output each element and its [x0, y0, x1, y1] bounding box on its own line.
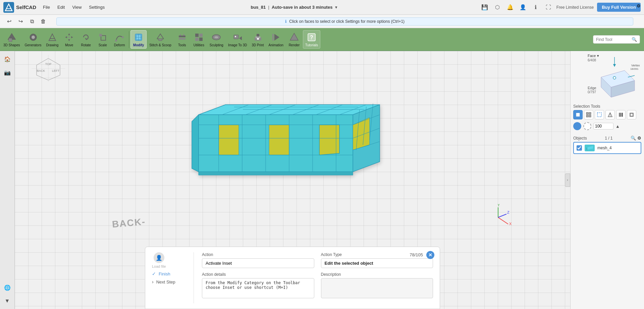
save-icon[interactable]: 💾	[480, 3, 489, 12]
camera-button[interactable]: 📷	[2, 67, 13, 78]
svg-text:Y: Y	[497, 204, 500, 207]
tool-3d-print[interactable]: 3D Print	[250, 31, 266, 48]
objects-gear-icon[interactable]: ⚙	[637, 136, 641, 141]
tool-sculpting[interactable]: Sculpting	[208, 31, 225, 48]
objects-search-icon[interactable]: 🔍	[631, 136, 636, 141]
collapse-right-panel-button[interactable]: ›	[565, 173, 570, 187]
tool-tutorials[interactable]: ? Tutorials	[303, 30, 320, 49]
select-mode2-button[interactable]	[605, 110, 615, 119]
tool-utilities[interactable]: Utilities	[191, 31, 207, 48]
mesh-item[interactable]: mesh_4	[573, 142, 641, 154]
top-right-icons: 💾 ⬡ 🔔 👤 ℹ ⛶ Free Limited License Buy Ful…	[480, 3, 641, 12]
tool-rotate[interactable]: Rotate	[78, 31, 94, 48]
description-field-group: Description	[321, 272, 433, 298]
find-tool-search-icon: 🔍	[632, 37, 637, 42]
account-icon[interactable]: 👤	[518, 3, 528, 12]
mesh-checkbox[interactable]	[577, 145, 582, 151]
dots-select-button[interactable]	[583, 122, 591, 130]
info-message: Click on faces to select or click Settin…	[289, 19, 405, 24]
drawing-label: Drawing	[46, 43, 59, 47]
select-invert-button[interactable]	[627, 110, 636, 119]
notifications-icon[interactable]: 🔔	[505, 3, 515, 12]
move-label: Move	[65, 43, 73, 47]
svg-text:X: X	[509, 222, 512, 226]
tutorial-content: Action Activate Inset Action details Fro…	[202, 252, 433, 303]
tutorial-left-col: Action Activate Inset Action details Fro…	[202, 252, 314, 303]
info-circle-icon: ℹ	[285, 19, 287, 24]
globe-button[interactable]: 🌐	[2, 282, 13, 293]
tools-icon	[177, 32, 187, 43]
menu-bar: File Edit View Settings	[40, 3, 108, 11]
select-paint-button[interactable]	[616, 110, 626, 119]
tool-stitch-scoop[interactable]: Stitch & Scoop	[147, 31, 173, 48]
undo-button[interactable]: ↩	[4, 16, 14, 27]
toolbar-right: 🔍	[593, 35, 643, 44]
svg-rect-91	[576, 113, 580, 117]
animation-icon	[271, 32, 281, 43]
circle-select-button[interactable]	[573, 122, 581, 130]
duplicate-button[interactable]: ⧉	[27, 16, 37, 27]
left-panel: 🏠 📷 🌐 ▼	[0, 51, 15, 309]
svg-rect-22	[199, 34, 203, 37]
rotate-label: Rotate	[81, 43, 91, 47]
svg-text:BACK: BACK	[37, 69, 45, 72]
tool-tools[interactable]: Tools	[174, 31, 190, 48]
face-mode-label[interactable]: Face ▾ 6/408	[588, 54, 599, 62]
tutorial-close-button[interactable]: ✕	[426, 251, 434, 259]
find-tool-container: 🔍	[593, 35, 640, 44]
tool-animation[interactable]: Animation	[267, 31, 285, 48]
svg-rect-9	[68, 37, 70, 38]
arrow-down-button[interactable]: ▼	[2, 296, 13, 306]
menu-file[interactable]: File	[40, 3, 53, 11]
svg-text:18/391: 18/391	[630, 67, 639, 70]
tool-move[interactable]: Move	[61, 31, 77, 48]
tool-drawing[interactable]: Drawing	[44, 31, 61, 48]
buy-full-version-button[interactable]: Buy Full Version	[597, 3, 641, 12]
share-icon[interactable]: ⬡	[493, 3, 502, 12]
deform-icon	[114, 32, 125, 43]
tutorial-step-counter: 78/105	[410, 252, 423, 257]
tutorial-columns: Action Activate Inset Action details Fro…	[202, 252, 433, 303]
render-label: Render	[289, 43, 300, 47]
svg-point-29	[235, 36, 236, 37]
tool-bar: 3D Shapes Generators Drawing Move Rotate…	[0, 28, 644, 51]
fullscreen-icon[interactable]: ⛶	[544, 3, 553, 12]
home-button[interactable]: 🏠	[2, 54, 13, 64]
menu-settings[interactable]: Settings	[86, 3, 108, 11]
size-input[interactable]	[593, 123, 613, 130]
tool-modify[interactable]: Modify	[130, 30, 147, 49]
svg-point-14	[122, 36, 124, 38]
next-step-item[interactable]: › Next Step	[152, 279, 175, 285]
svg-text:?: ?	[310, 35, 313, 40]
tool-scale[interactable]: Scale	[95, 31, 111, 48]
redo-button[interactable]: ↪	[15, 16, 25, 27]
stitch-scoop-icon	[155, 32, 166, 43]
tool-image-to-3d[interactable]: Image To 3D	[226, 31, 249, 48]
action-details-label: Action details	[202, 272, 314, 277]
tool-3d-shapes[interactable]: 3D Shapes	[1, 31, 22, 48]
finish-step[interactable]: ✓ Finish	[152, 271, 170, 276]
tool-deform[interactable]: Deform	[111, 31, 127, 48]
menu-view[interactable]: View	[69, 3, 85, 11]
tool-render[interactable]: Render	[286, 31, 302, 48]
scale-label: Scale	[99, 43, 107, 47]
size-up-arrow[interactable]: ▲	[615, 124, 620, 129]
info-icon[interactable]: ℹ	[531, 3, 540, 12]
edge-mode-label[interactable]: Edge 0/797	[588, 86, 596, 94]
delete-button[interactable]: 🗑	[38, 16, 48, 27]
find-tool-input[interactable]	[596, 37, 630, 42]
svg-rect-4	[9, 38, 12, 42]
svg-rect-20	[179, 38, 185, 40]
menu-edit[interactable]: Edit	[54, 3, 68, 11]
select-mesh-button[interactable]	[584, 110, 593, 119]
select-box-button[interactable]	[595, 110, 604, 119]
svg-rect-21	[195, 34, 199, 37]
viewport[interactable]: TOP BACK LEFT BACK-	[15, 51, 570, 309]
objects-label: Objects	[573, 136, 587, 141]
svg-rect-17	[179, 36, 185, 37]
right-panel-gear[interactable]: ⚙	[637, 3, 641, 8]
select-face-cube-button[interactable]	[573, 110, 583, 119]
load-file-step[interactable]: 👤 Load file	[152, 252, 166, 268]
tool-generators[interactable]: Generators	[22, 31, 43, 48]
image-to-3d-label: Image To 3D	[228, 43, 247, 47]
